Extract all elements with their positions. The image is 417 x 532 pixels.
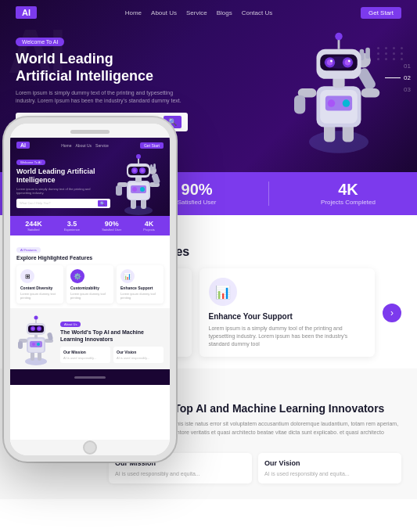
phone-vision-card: Our Vision AI is used responsibly... — [113, 347, 164, 363]
stat-satisfied-value: 90% — [178, 182, 217, 197]
feature-icon-2: 📊 — [209, 278, 237, 306]
phone-stat-2: 90% Satisfied User — [102, 220, 121, 232]
phone-stats: 244K Satisfied 3.5 Experience 90% Satisf… — [10, 216, 170, 235]
phone-nav-about: About Us — [76, 143, 92, 148]
hero-title: World Leading Artificial Intelligence — [16, 51, 172, 84]
phone-about-tag: About Us — [60, 322, 81, 327]
phone-search: What Can I Help You? 🔍 — [16, 199, 110, 208]
phone-screen: AI Home About Us Service Get Start Welco… — [10, 138, 170, 440]
phone-about-title: The World's Top AI and Machine Learning … — [60, 329, 164, 343]
phone-stat-lbl-3: Projects — [143, 228, 154, 232]
hero-side-numbers: 01 02 03 — [385, 63, 411, 93]
vision-desc: AI is used responsibly and equita... — [264, 470, 395, 477]
mission-desc: AI is used responsibly and equita... — [115, 470, 246, 477]
phone-card-title-2: Customizability — [70, 286, 110, 290]
phone-about: About Us The World's Top AI and Machine … — [10, 308, 170, 369]
feature-desc-2: Lorem ipsum is a simply dummy tool of th… — [209, 325, 366, 347]
phone-card-title-3: Enhance Support — [120, 286, 160, 290]
stat-projects-value: 4K — [321, 182, 376, 197]
phone-vision-title: Our Vision — [117, 350, 160, 354]
phone-nav-home: Home — [61, 143, 71, 148]
side-num-3: 03 — [404, 86, 411, 93]
nav-link-home[interactable]: Home — [125, 9, 142, 16]
features-next-button[interactable]: › — [383, 304, 401, 322]
phone-hero-title: World Leading Artificial Intelligence — [16, 167, 102, 185]
svg-point-51 — [25, 358, 47, 365]
phone-vision-desc: AI is used responsibly... — [117, 356, 160, 360]
phone-mission-desc: AI is used responsibly... — [63, 356, 107, 360]
phone-mission-card: Our Mission AI is used responsibly... — [60, 347, 110, 363]
nav-link-service[interactable]: Service — [186, 9, 207, 16]
svg-point-69 — [38, 328, 41, 330]
phone-mission-grid: Our Mission AI is used responsibly... Ou… — [60, 347, 164, 363]
phone-speaker — [70, 130, 110, 134]
nav-logo: AI — [16, 6, 37, 19]
phone-home-button[interactable] — [83, 440, 97, 455]
svg-rect-56 — [30, 341, 42, 347]
phone-notch — [10, 124, 170, 138]
phone-card-icon-2: ⚙️ — [70, 269, 84, 283]
phone-card-1: ⊞ Content Diversity Lorem ipsum dummy te… — [16, 265, 63, 304]
svg-rect-65 — [28, 325, 44, 332]
nav-link-contact[interactable]: Contact Us — [242, 9, 273, 16]
hero-content: Welcome To AI World Leading Artificial I… — [0, 25, 417, 131]
svg-rect-60 — [18, 341, 23, 349]
svg-point-57 — [32, 343, 35, 346]
phone-card-title-1: Content Diversity — [20, 286, 59, 290]
vision-title: Our Vision — [264, 459, 395, 467]
phone-stat-val-1: 3.5 — [64, 220, 80, 228]
phone-stat-1: 3.5 Experience — [64, 220, 80, 232]
stat-projects: 4K Projects Completed — [321, 182, 376, 206]
phone-features: AI Features Explore Highlighted Features… — [10, 235, 170, 308]
phone-card-3: 📊 Enhance Support Lorem ipsum dummy tool… — [117, 265, 164, 304]
phone-hero: AI Home About Us Service Get Start Welco… — [10, 138, 170, 216]
nav-link-about[interactable]: About Us — [151, 9, 177, 16]
phone-features-tag: AI Features — [16, 247, 41, 253]
phone-card-desc-2: Lorem ipsum dummy tool printing — [70, 292, 110, 300]
phone-hero-content: Welcome To AI World Leading Artificial I… — [16, 153, 164, 208]
svg-point-68 — [32, 328, 34, 330]
side-num-1: 01 — [404, 63, 411, 70]
phone-nav-service: Service — [95, 143, 109, 148]
phone-card-2: ⚙️ Customizability Lorem ipsum dummy too… — [67, 265, 113, 304]
phone-features-title: Explore Highlighted Features — [16, 255, 164, 261]
phone-search-icon[interactable]: 🔍 — [98, 200, 107, 207]
nav-link-blogs[interactable]: Blogs — [217, 9, 232, 16]
svg-point-0 — [309, 131, 368, 153]
phone-card-desc-3: Lorem ipsum dummy tool printing — [120, 292, 160, 300]
phone-stat-lbl-2: Satisfied User — [102, 228, 121, 232]
phone-logo: AI — [16, 142, 30, 149]
phone-robot-img — [16, 315, 56, 361]
phone-nav: AI Home About Us Service Get Start — [16, 142, 164, 149]
vision-card: Our Vision AI is used responsibly and eq… — [258, 453, 401, 483]
nav-cta-button[interactable]: Get Start — [361, 7, 401, 19]
hero-nav: AI Home About Us Service Blogs Contact U… — [0, 0, 417, 25]
phone-mission-title: Our Mission — [63, 350, 107, 354]
phone-hero-badge: Welcome To AI — [16, 160, 45, 165]
phone-frame: AI Home About Us Service Get Start Welco… — [4, 117, 176, 462]
phone-bottom-bar — [10, 369, 170, 385]
phone-stat-lbl-0: Satisfied — [25, 228, 42, 232]
phone-search-text: What Can I Help You? — [20, 200, 98, 207]
phone-nav-btn[interactable]: Get Start — [140, 142, 164, 149]
phone-stat-val-0: 244K — [25, 220, 42, 228]
hero-badge: Welcome To AI — [16, 38, 64, 46]
phone-hero-desc: Lorem ipsum is simply dummy text of the … — [16, 187, 102, 195]
phone-home-btn-area — [10, 440, 170, 455]
phone-stat-val-2: 90% — [102, 220, 121, 228]
phone-card-icon-3: 📊 — [120, 269, 135, 283]
svg-point-58 — [37, 343, 40, 346]
phone-cards: ⊞ Content Diversity Lorem ipsum dummy te… — [16, 265, 164, 304]
phone-stat-lbl-1: Experience — [64, 228, 80, 232]
phone-nav-links: Home About Us Service — [61, 143, 109, 148]
stat-projects-label: Projects Completed — [321, 199, 376, 206]
nav-links: Home About Us Service Blogs Contact Us — [125, 9, 273, 16]
stat-satisfied: 90% Satisfied User — [178, 182, 217, 206]
phone-about-content: About Us The World's Top AI and Machine … — [60, 315, 164, 363]
feature-title-2: Enhance Your Support — [209, 312, 366, 321]
hero-description: Lorem ipsum is simply dummy text of the … — [16, 89, 188, 105]
phone-card-icon-1: ⊞ — [20, 269, 34, 283]
stat-satisfied-label: Satisfied User — [178, 199, 217, 206]
side-num-2: 02 — [385, 74, 411, 81]
phone-card-desc-1: Lorem ipsum dummy text printing — [20, 292, 59, 300]
